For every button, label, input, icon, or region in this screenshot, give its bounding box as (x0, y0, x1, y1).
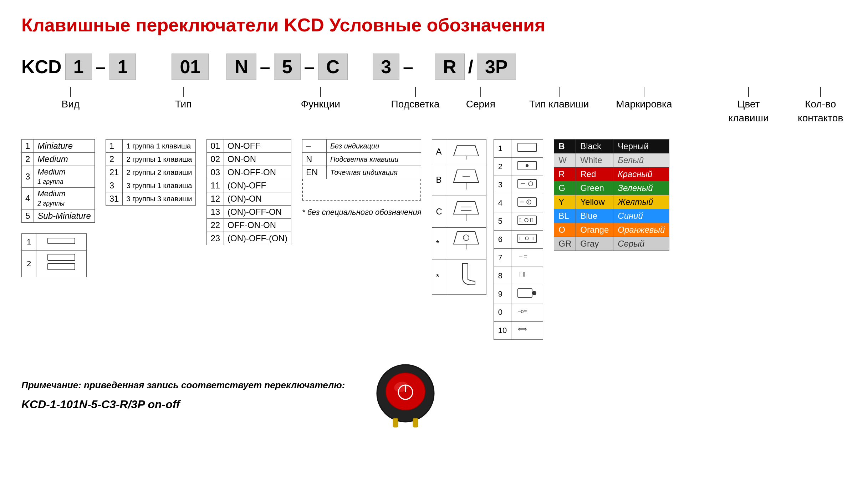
label-vid: Вид (62, 97, 80, 111)
code-box-2: 1 (109, 54, 136, 80)
code-slash: / (468, 56, 473, 77)
table-row: 2 (22, 251, 87, 277)
table-row: EN Точечная индикация (302, 166, 421, 179)
key-type-star2-icon (452, 262, 480, 290)
svg-rect-36 (518, 289, 532, 297)
mark-2-icon (516, 160, 538, 171)
color-table: B Black Черный W White Белый R Red Красн… (554, 139, 669, 251)
note-section: Примечание: приведенная запись соответст… (21, 358, 847, 431)
light-table: – Без индикации N Подсветка клавиши EN Т… (302, 139, 421, 179)
label-tipkl: Тип клавиши (529, 97, 589, 111)
table-row: 5 I II (494, 212, 543, 231)
svg-point-21 (529, 182, 533, 186)
code-box-1: 1 (65, 54, 92, 80)
label-mark: Маркировка (616, 97, 672, 111)
vid-table: 1 Miniature 2 Medium 3 Medium1 группа 4 … (21, 139, 95, 223)
mark-3-icon (516, 178, 538, 190)
code-line: KCD 1 – 1 01 N – 5 – C 3 – R / 3P (21, 54, 847, 80)
key-type-a-icon (452, 142, 480, 160)
color-row-white: W White Белый (554, 153, 669, 167)
page-title: Клавишные переключатели KCD Условные обо… (21, 14, 847, 36)
mark-7-icon: – = (516, 251, 538, 262)
tip-section: 1 1 группа 1 клавиша 2 2 группы 1 клавиш… (106, 139, 196, 206)
table-row: 2 (494, 158, 543, 176)
svg-point-15 (463, 235, 469, 241)
svg-rect-45 (393, 418, 398, 427)
svg-rect-0 (48, 238, 75, 244)
table-row: 2 2 группы 1 клавиша (106, 153, 196, 166)
key-shape-1-icon (47, 237, 76, 245)
code-box-8: R (435, 54, 465, 80)
table-row: 5 Sub-Miniature (22, 209, 95, 223)
svg-point-24 (527, 200, 531, 204)
marking-section: 1 2 3 (494, 139, 543, 340)
func-table: 01 ON-OFF 02 ON-ON 03 ON-OFF-ON 11 (ON)-… (206, 139, 291, 245)
mark-8-icon: I II (516, 269, 538, 281)
switch-image (370, 358, 441, 431)
table-row: 12 (ON)-ON (207, 192, 291, 206)
label-light: Подсветка (391, 97, 440, 111)
mark-6-icon: I O II (516, 233, 538, 244)
table-row: N Подсветка клавиши (302, 153, 421, 166)
color-row-red: R Red Красный (554, 167, 669, 181)
table-row: 11 (ON)-OFF (207, 179, 291, 192)
note-code: KCD-1-101N-5-C3-R/3P on-off (21, 398, 345, 411)
svg-marker-3 (454, 145, 479, 156)
code-dash-3: – (304, 56, 315, 77)
color-row-gray: GR Gray Серый (554, 237, 669, 251)
code-prefix: KCD (21, 56, 62, 77)
label-tip: Тип (175, 97, 192, 111)
label-contacts: Кол-воконтактов (798, 97, 843, 125)
svg-rect-19 (518, 180, 536, 188)
table-row: * (432, 228, 486, 259)
svg-text:– =: – = (519, 253, 527, 259)
svg-text:–o=: –o= (518, 308, 527, 314)
table-row: C (432, 196, 486, 228)
svg-text:I: I (528, 200, 529, 204)
svg-point-18 (526, 164, 529, 167)
table-row: 7 – = (494, 249, 543, 267)
table-row: 3 Medium1 группа (22, 166, 95, 188)
svg-marker-13 (454, 232, 479, 244)
key-type-c-icon (452, 198, 480, 223)
table-row: 1 Miniature (22, 140, 95, 153)
switch-svg-icon (370, 358, 441, 429)
table-row: B (432, 164, 486, 196)
mark-4-icon: I (516, 196, 538, 208)
mark-1-icon (516, 142, 538, 153)
svg-text:I: I (519, 218, 521, 223)
svg-point-37 (532, 291, 536, 295)
key-type-b-icon (452, 166, 480, 191)
vid-key-table: 1 2 (21, 233, 87, 277)
table-row: 10 ⟺ (494, 322, 543, 340)
key-shape-2-icon (47, 253, 76, 272)
mark-5-icon: I II (516, 214, 538, 226)
note-text: Примечание: приведенная запись соответст… (21, 378, 345, 392)
svg-rect-1 (48, 254, 75, 261)
color-row-black: B Black Черный (554, 140, 669, 153)
mark-table: 1 2 3 (494, 139, 543, 340)
func-section: 01 ON-OFF 02 ON-ON 03 ON-OFF-ON 11 (ON)-… (206, 139, 291, 245)
code-dash-1: – (96, 56, 106, 77)
table-row: 22 OFF-ON-ON (207, 219, 291, 232)
vid-section: 1 Miniature 2 Medium 3 Medium1 группа 4 … (21, 139, 95, 277)
table-row: 2 Medium (22, 153, 95, 166)
table-row: 3 3 группы 1 клавиша (106, 179, 196, 192)
table-row: 1 (22, 234, 87, 251)
star-note: * без специального обозначения (302, 208, 421, 217)
svg-text:II: II (531, 236, 534, 241)
labels-row: Вид Тип Функции Подсветка Серия Тип клав… (21, 87, 847, 125)
svg-text:II: II (530, 218, 533, 223)
mark-9-icon (516, 287, 538, 299)
mark-10-icon: ⟺ (516, 324, 538, 335)
svg-rect-16 (518, 143, 536, 152)
code-dash-4: – (403, 56, 413, 77)
color-row-orange: O Orange Оранжевый (554, 223, 669, 237)
label-seria: Серия (466, 97, 495, 111)
code-box-6: C (318, 54, 348, 80)
table-row: 4 I (494, 194, 543, 212)
table-row: 02 ON-ON (207, 153, 291, 166)
table-row: 0 –o= (494, 303, 543, 322)
table-row: – Без индикации (302, 140, 421, 153)
code-box-9: 3P (477, 54, 516, 80)
